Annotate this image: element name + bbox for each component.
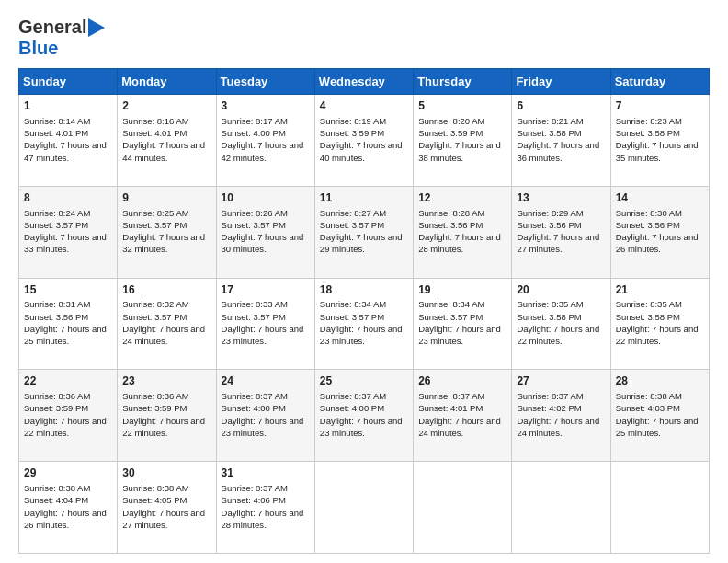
day-info: Sunrise: 8:31 AM Sunset: 3:56 PM Dayligh… [24, 298, 112, 347]
day-number: 15 [24, 282, 112, 298]
daylight-label: Daylight: 7 hours and 23 minutes. [222, 324, 304, 346]
day-info: Sunrise: 8:30 AM Sunset: 3:56 PM Dayligh… [616, 207, 704, 256]
day-number: 3 [222, 98, 310, 114]
day-info: Sunrise: 8:16 AM Sunset: 4:01 PM Dayligh… [122, 115, 210, 164]
calendar-cell: 4 Sunrise: 8:19 AM Sunset: 3:59 PM Dayli… [314, 95, 413, 187]
sunrise-label: Sunrise: 8:23 AM [616, 116, 682, 126]
sunset-label: Sunset: 4:01 PM [418, 403, 483, 413]
calendar-header-row: SundayMondayTuesdayWednesdayThursdayFrid… [19, 69, 710, 95]
sunset-label: Sunset: 4:03 PM [616, 403, 680, 413]
day-number: 19 [418, 282, 506, 298]
daylight-label: Daylight: 7 hours and 22 minutes. [616, 324, 699, 346]
calendar-cell: 15 Sunrise: 8:31 AM Sunset: 3:56 PM Dayl… [19, 278, 118, 370]
daylight-label: Daylight: 7 hours and 32 minutes. [122, 232, 205, 254]
sunset-label: Sunset: 3:59 PM [418, 128, 483, 138]
sunrise-label: Sunrise: 8:24 AM [24, 208, 90, 218]
daylight-label: Daylight: 7 hours and 42 minutes. [222, 140, 304, 162]
daylight-label: Daylight: 7 hours and 27 minutes. [122, 508, 205, 530]
daylight-label: Daylight: 7 hours and 47 minutes. [24, 140, 107, 162]
daylight-label: Daylight: 7 hours and 22 minutes. [517, 324, 599, 346]
day-number: 9 [122, 190, 210, 206]
calendar-cell: 16 Sunrise: 8:32 AM Sunset: 3:57 PM Dayl… [118, 278, 216, 370]
daylight-label: Daylight: 7 hours and 23 minutes. [418, 324, 501, 346]
sunset-label: Sunset: 3:58 PM [616, 128, 680, 138]
daylight-label: Daylight: 7 hours and 23 minutes. [320, 324, 403, 346]
daylight-label: Daylight: 7 hours and 33 minutes. [24, 232, 107, 254]
sunset-label: Sunset: 3:57 PM [24, 220, 88, 230]
calendar-cell: 13 Sunrise: 8:29 AM Sunset: 3:56 PM Dayl… [512, 186, 610, 278]
calendar-cell [610, 462, 709, 554]
day-info: Sunrise: 8:27 AM Sunset: 3:57 PM Dayligh… [320, 207, 408, 256]
calendar-cell: 6 Sunrise: 8:21 AM Sunset: 3:58 PM Dayli… [512, 95, 610, 187]
day-info: Sunrise: 8:37 AM Sunset: 4:06 PM Dayligh… [222, 482, 310, 531]
sunrise-label: Sunrise: 8:28 AM [418, 208, 484, 218]
daylight-label: Daylight: 7 hours and 30 minutes. [222, 232, 304, 254]
sunrise-label: Sunrise: 8:29 AM [517, 208, 583, 218]
day-info: Sunrise: 8:38 AM Sunset: 4:04 PM Dayligh… [24, 482, 112, 531]
calendar-cell [512, 462, 610, 554]
sunset-label: Sunset: 3:59 PM [122, 403, 187, 413]
day-info: Sunrise: 8:17 AM Sunset: 4:00 PM Dayligh… [222, 115, 310, 164]
sunrise-label: Sunrise: 8:38 AM [616, 391, 682, 401]
calendar-cell [414, 462, 512, 554]
calendar-cell: 10 Sunrise: 8:26 AM Sunset: 3:57 PM Dayl… [216, 186, 314, 278]
day-info: Sunrise: 8:14 AM Sunset: 4:01 PM Dayligh… [24, 115, 112, 164]
day-number: 21 [616, 282, 704, 298]
sunrise-label: Sunrise: 8:37 AM [517, 391, 583, 401]
calendar: SundayMondayTuesdayWednesdayThursdayFrid… [18, 68, 710, 554]
sunset-label: Sunset: 3:56 PM [24, 312, 88, 322]
sunset-label: Sunset: 3:57 PM [222, 220, 286, 230]
day-number: 17 [222, 282, 310, 298]
day-number: 1 [24, 98, 112, 114]
day-info: Sunrise: 8:37 AM Sunset: 4:02 PM Dayligh… [517, 390, 605, 439]
day-info: Sunrise: 8:35 AM Sunset: 3:58 PM Dayligh… [517, 298, 605, 347]
sunset-label: Sunset: 3:59 PM [24, 403, 88, 413]
day-number: 4 [320, 98, 408, 114]
logo-arrow-icon [88, 18, 105, 37]
daylight-label: Daylight: 7 hours and 35 minutes. [616, 140, 699, 162]
column-header-wednesday: Wednesday [314, 69, 413, 95]
sunset-label: Sunset: 3:56 PM [517, 220, 581, 230]
svg-marker-0 [88, 18, 105, 37]
day-number: 30 [122, 465, 210, 481]
sunrise-label: Sunrise: 8:21 AM [517, 116, 583, 126]
day-info: Sunrise: 8:36 AM Sunset: 3:59 PM Dayligh… [122, 390, 210, 439]
day-number: 6 [517, 98, 605, 114]
day-info: Sunrise: 8:19 AM Sunset: 3:59 PM Dayligh… [320, 115, 408, 164]
sunset-label: Sunset: 3:58 PM [616, 312, 680, 322]
day-info: Sunrise: 8:36 AM Sunset: 3:59 PM Dayligh… [24, 390, 112, 439]
day-info: Sunrise: 8:29 AM Sunset: 3:56 PM Dayligh… [517, 207, 605, 256]
calendar-cell: 1 Sunrise: 8:14 AM Sunset: 4:01 PM Dayli… [19, 95, 118, 187]
calendar-cell: 2 Sunrise: 8:16 AM Sunset: 4:01 PM Dayli… [118, 95, 216, 187]
day-info: Sunrise: 8:37 AM Sunset: 4:00 PM Dayligh… [320, 390, 408, 439]
header: General Blue [18, 17, 710, 59]
sunrise-label: Sunrise: 8:35 AM [616, 299, 682, 309]
sunset-label: Sunset: 3:57 PM [122, 312, 187, 322]
calendar-cell: 14 Sunrise: 8:30 AM Sunset: 3:56 PM Dayl… [610, 186, 709, 278]
day-info: Sunrise: 8:20 AM Sunset: 3:59 PM Dayligh… [418, 115, 506, 164]
day-info: Sunrise: 8:35 AM Sunset: 3:58 PM Dayligh… [616, 298, 704, 347]
sunrise-label: Sunrise: 8:36 AM [122, 391, 188, 401]
calendar-week-row: 1 Sunrise: 8:14 AM Sunset: 4:01 PM Dayli… [19, 95, 710, 187]
daylight-label: Daylight: 7 hours and 36 minutes. [517, 140, 599, 162]
day-number: 23 [122, 373, 210, 389]
day-number: 27 [517, 373, 605, 389]
calendar-cell: 7 Sunrise: 8:23 AM Sunset: 3:58 PM Dayli… [610, 95, 709, 187]
day-info: Sunrise: 8:26 AM Sunset: 3:57 PM Dayligh… [222, 207, 310, 256]
column-header-monday: Monday [118, 69, 216, 95]
day-number: 18 [320, 282, 408, 298]
day-number: 14 [616, 190, 704, 206]
day-number: 20 [517, 282, 605, 298]
sunrise-label: Sunrise: 8:14 AM [24, 116, 90, 126]
sunset-label: Sunset: 3:57 PM [320, 312, 384, 322]
calendar-week-row: 8 Sunrise: 8:24 AM Sunset: 3:57 PM Dayli… [19, 186, 710, 278]
sunrise-label: Sunrise: 8:27 AM [320, 208, 386, 218]
daylight-label: Daylight: 7 hours and 24 minutes. [517, 416, 599, 438]
day-number: 12 [418, 190, 506, 206]
day-info: Sunrise: 8:21 AM Sunset: 3:58 PM Dayligh… [517, 115, 605, 164]
sunset-label: Sunset: 3:58 PM [517, 312, 581, 322]
sunset-label: Sunset: 4:00 PM [222, 403, 286, 413]
sunrise-label: Sunrise: 8:32 AM [122, 299, 188, 309]
sunset-label: Sunset: 3:57 PM [418, 312, 483, 322]
day-info: Sunrise: 8:25 AM Sunset: 3:57 PM Dayligh… [122, 207, 210, 256]
